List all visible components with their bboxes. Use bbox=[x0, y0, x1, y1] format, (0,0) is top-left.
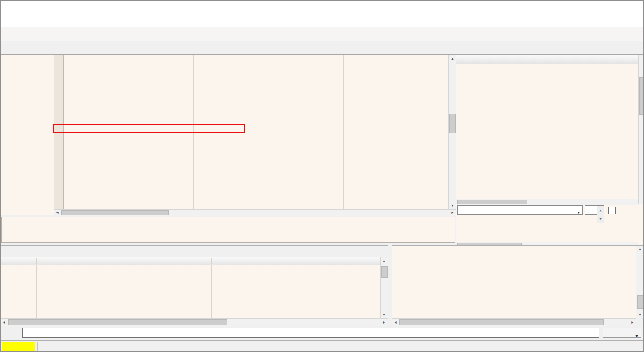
scroll-thumb[interactable] bbox=[8, 319, 227, 325]
scroll-left-icon[interactable]: ◄ bbox=[1, 319, 8, 326]
scroll-thumb[interactable] bbox=[639, 77, 644, 115]
column-divider bbox=[36, 265, 37, 318]
minimize-button[interactable] bbox=[569, 1, 594, 16]
disassembly-panel[interactable] bbox=[1, 54, 456, 215]
dump-hscrollbar[interactable]: ◄ ► bbox=[1, 318, 388, 326]
stack-vscrollbar[interactable]: ▲ ▼ bbox=[636, 246, 644, 318]
status-badge bbox=[2, 342, 35, 351]
highlight-rectangle bbox=[53, 124, 245, 133]
column-divider bbox=[343, 55, 344, 209]
title-bar bbox=[1, 1, 643, 16]
dump-rows bbox=[1, 265, 380, 318]
divider bbox=[563, 342, 563, 351]
x32dbg-window: ▲ ▼ ◄ ► ▼ ▲▼ bbox=[0, 0, 644, 352]
maximize-button[interactable] bbox=[594, 1, 619, 16]
bottom-tabs bbox=[1, 245, 392, 257]
scroll-thumb[interactable] bbox=[637, 295, 643, 309]
view-tabs bbox=[1, 41, 643, 54]
registers-hscrollbar[interactable] bbox=[456, 199, 638, 205]
chevron-down-icon: ▼ bbox=[635, 332, 639, 341]
toolbar bbox=[1, 27, 643, 41]
scroll-right-icon[interactable]: ► bbox=[381, 319, 388, 326]
scroll-up-icon[interactable]: ▲ bbox=[636, 246, 643, 253]
stack-hscrollbar[interactable]: ◄ ► bbox=[392, 318, 636, 326]
spin-down-icon[interactable]: ▼ bbox=[597, 214, 604, 223]
scroll-thumb[interactable] bbox=[457, 200, 527, 204]
scroll-right-icon[interactable]: ► bbox=[629, 319, 636, 326]
scroll-thumb[interactable] bbox=[449, 114, 456, 133]
calling-convention-select[interactable]: ▼ bbox=[457, 205, 583, 215]
spin-up-icon[interactable]: ▲ bbox=[597, 206, 604, 214]
status-bar bbox=[1, 340, 644, 352]
scroll-up-icon[interactable]: ▲ bbox=[381, 257, 388, 264]
column-divider bbox=[425, 246, 425, 318]
divider bbox=[37, 342, 38, 351]
command-input[interactable] bbox=[22, 328, 599, 338]
scroll-thumb[interactable] bbox=[381, 266, 388, 278]
scroll-left-icon[interactable]: ◄ bbox=[392, 319, 399, 326]
column-divider bbox=[36, 258, 37, 264]
hide-fpu-button[interactable] bbox=[456, 55, 644, 64]
column-divider bbox=[211, 265, 212, 318]
info-box bbox=[1, 217, 455, 243]
disassembly-hscrollbar[interactable]: ◄ ► bbox=[54, 209, 456, 216]
scroll-thumb[interactable] bbox=[399, 319, 604, 325]
chevron-down-icon: ▼ bbox=[578, 209, 580, 217]
bug-icon bbox=[5, 3, 15, 13]
scroll-down-icon[interactable]: ▼ bbox=[381, 311, 388, 318]
close-button[interactable] bbox=[619, 1, 643, 16]
disassembly-vscrollbar[interactable]: ▲ ▼ bbox=[448, 55, 456, 209]
panel-splitter[interactable] bbox=[388, 245, 392, 326]
column-divider bbox=[162, 265, 162, 318]
menu-bar bbox=[1, 16, 643, 27]
argument-depth-stepper[interactable]: ▲▼ bbox=[585, 205, 604, 215]
registers-vscrollbar[interactable] bbox=[638, 55, 644, 204]
scroll-up-icon[interactable]: ▲ bbox=[449, 55, 456, 62]
dump-vscrollbar[interactable]: ▲ ▼ bbox=[380, 257, 388, 318]
column-divider bbox=[78, 265, 78, 318]
stack-panel[interactable] bbox=[392, 245, 644, 318]
command-profile-select[interactable]: ▼ bbox=[603, 328, 641, 338]
column-divider bbox=[211, 258, 212, 264]
dump-header bbox=[1, 257, 380, 266]
unlock-checkbox[interactable] bbox=[608, 207, 616, 214]
column-divider bbox=[120, 265, 120, 318]
column-divider bbox=[461, 246, 461, 318]
scroll-right-icon[interactable]: ► bbox=[449, 210, 456, 215]
scroll-down-icon[interactable]: ▼ bbox=[449, 202, 456, 209]
command-bar: ▼ bbox=[1, 326, 644, 340]
registers-panel[interactable] bbox=[456, 54, 644, 245]
scroll-down-icon[interactable]: ▼ bbox=[636, 311, 643, 318]
scroll-left-icon[interactable]: ◄ bbox=[54, 210, 61, 215]
scroll-thumb[interactable] bbox=[61, 210, 169, 215]
